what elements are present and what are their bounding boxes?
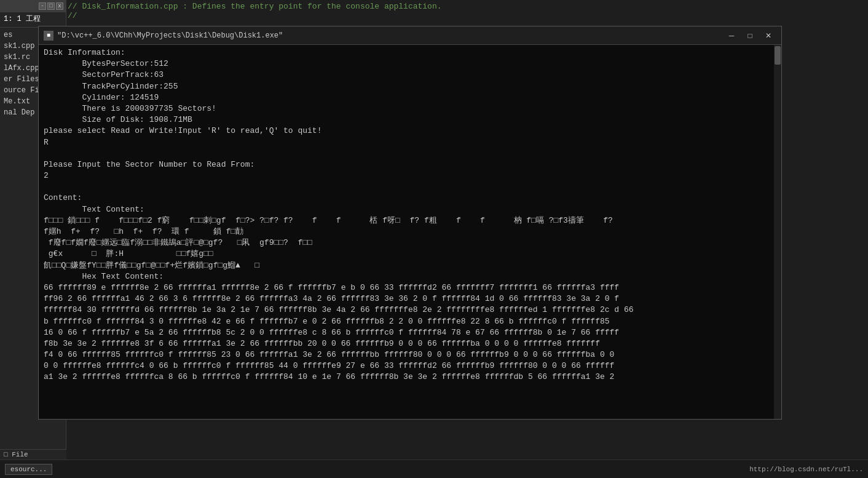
taskbar-status-right: http://blog.csdn.net/ruTl... bbox=[749, 466, 863, 473]
console-output: Disk Information: BytesPerSector:512 Sec… bbox=[39, 45, 774, 419]
console-maximize-btn[interactable]: □ bbox=[742, 30, 758, 42]
code-line2: // bbox=[68, 11, 77, 20]
console-close-btn[interactable]: ✕ bbox=[760, 30, 776, 42]
bottom-file-item[interactable]: □ File bbox=[0, 449, 66, 460]
console-scrollbar[interactable] bbox=[774, 45, 781, 419]
sidebar-minimize[interactable]: - bbox=[39, 2, 46, 10]
taskbar: esourc... http://blog.csdn.net/ruTl... bbox=[0, 460, 868, 478]
console-minimize-btn[interactable]: ─ bbox=[724, 30, 740, 42]
console-titlebar: ■ "D:\vc++_6.0\VChh\MyProjects\Disk1\Deb… bbox=[39, 26, 781, 45]
console-controls: ─ □ ✕ bbox=[724, 30, 776, 42]
sidebar-close[interactable]: x bbox=[56, 2, 63, 10]
console-window: ■ "D:\vc++_6.0\VChh\MyProjects\Disk1\Deb… bbox=[38, 26, 782, 420]
taskbar-btn-0[interactable]: esourc... bbox=[5, 464, 52, 475]
bottom-file-label: □ File bbox=[4, 451, 28, 458]
console-body: Disk Information: BytesPerSector:512 Sec… bbox=[39, 45, 781, 419]
sidebar-maximize[interactable]: □ bbox=[47, 2, 55, 10]
code-line1: // Disk_Information.cpp : Defines the en… bbox=[68, 2, 442, 11]
console-title: "D:\vc++_6.0\VChh\MyProjects\Disk1\Debug… bbox=[57, 31, 720, 40]
sidebar-topbar: - □ x bbox=[0, 0, 66, 12]
code-header: // Disk_Information.cpp : Defines the en… bbox=[68, 0, 442, 22]
sidebar-item-label: 1: 1 工程 bbox=[0, 12, 66, 25]
console-scrollbar-thumb[interactable] bbox=[775, 46, 781, 65]
console-app-icon: ■ bbox=[44, 31, 53, 41]
